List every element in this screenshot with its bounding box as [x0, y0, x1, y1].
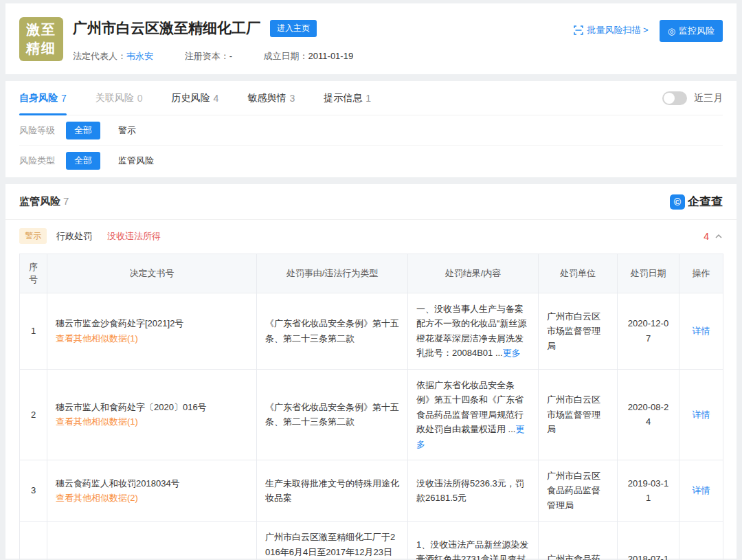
table-row: 4 穗食药监妆罚〔2018〕47号 广州市白云区激至精细化工厂于2016年6月4…	[20, 522, 723, 560]
risk-level-warning-chip[interactable]: 警示	[118, 124, 136, 137]
doc-number: 穗云市监人和食药处字〔2020〕016号	[56, 400, 248, 414]
row-no: 1	[20, 293, 47, 370]
logo-text-line2: 精细	[26, 39, 56, 58]
risk-tabs: 自身风险7 关联风险0 历史风险4 敏感舆情3 提示信息1 近三月	[19, 81, 723, 115]
warning-badge: 警示	[19, 228, 47, 244]
tab-sensitive-sentiment[interactable]: 敏感舆情3	[247, 81, 295, 115]
enter-homepage-button[interactable]: 进入主页	[270, 20, 317, 37]
penalty-reason: 《广东省化妆品安全条例》第十五条、第二十三条第二款	[265, 402, 399, 427]
reg-capital-value: -	[229, 51, 232, 61]
penalty-result: 依据广东省化妆品安全条例》第五十四条和《广东省食品药品监督管理局规范行政处罚自由…	[416, 380, 524, 434]
col-header-doc: 决定文书号	[47, 254, 257, 293]
penalty-date: 2018-07-13	[618, 522, 679, 560]
chevron-up-icon[interactable]	[715, 232, 723, 240]
doc-number: 穗云市监金沙食药处字[2021]2号	[56, 316, 248, 331]
penalty-table: 序号 决定文书号 处罚事由/违法行为类型 处罚结果/内容 处罚单位 处罚日期 操…	[19, 254, 723, 560]
risk-level-label: 风险等级	[19, 124, 66, 137]
admin-penalty-label: 行政处罚	[56, 230, 92, 243]
section-title: 监管风险7	[19, 195, 69, 208]
penalty-date: 2020-08-24	[618, 369, 679, 460]
similar-data-link[interactable]: 查看其他相似数据(1)	[56, 414, 138, 429]
penalty-unit: 广州市食品药品监督管理局	[547, 554, 600, 560]
col-header-action: 操作	[679, 254, 723, 293]
detail-link[interactable]: 详情	[693, 410, 710, 420]
tab-self-risk[interactable]: 自身风险7	[19, 81, 67, 115]
risk-type-filter-row: 风险类型 全部 监管风险	[19, 146, 723, 176]
section-count: 7	[63, 195, 69, 207]
company-name: 广州市白云区激至精细化工厂	[73, 19, 260, 38]
row-no: 2	[20, 369, 47, 460]
batch-risk-scan-link[interactable]: 批量风险扫描 >	[574, 24, 648, 36]
logo-text-line1: 激至	[26, 21, 56, 39]
recent-3-months-label: 近三月	[694, 92, 723, 104]
table-row: 3 穗云食药监人和妆罚2018034号 查看其他相似数据(2) 生产未取得批准文…	[20, 460, 723, 521]
penalty-reason: 广州市白云区激至精细化工厂于2016年6月4日至2017年12月23日共生产了5…	[265, 532, 396, 560]
qcc-brand-name: 企查查	[688, 194, 723, 210]
detail-link[interactable]: 详情	[693, 326, 710, 336]
col-header-no: 序号	[20, 254, 47, 293]
qcc-logo-icon: ©	[670, 194, 685, 210]
qcc-brand: © 企查查	[670, 194, 723, 210]
company-header-card: 激至 精细 广州市白云区激至精细化工厂 进入主页 法定代表人：韦永安 注册资本：…	[5, 3, 737, 74]
table-row: 2 穗云市监人和食药处字〔2020〕016号 查看其他相似数据(1) 《广东省化…	[20, 369, 723, 460]
monitor-icon: ◎	[668, 26, 675, 36]
monitor-risk-button[interactable]: ◎ 监控风险	[660, 20, 723, 42]
row-no: 4	[20, 522, 47, 560]
penalty-unit: 广州市白云区市场监督管理局	[547, 394, 600, 434]
similar-data-link[interactable]: 查看其他相似数据(1)	[56, 331, 138, 346]
risk-level-filter-row: 风险等级 全部 警示	[19, 115, 723, 146]
more-link[interactable]: 更多	[503, 348, 521, 358]
batch-risk-scan-label: 批量风险扫描 >	[587, 24, 648, 36]
risk-type-label: 风险类型	[19, 155, 66, 167]
col-header-date: 处罚日期	[618, 254, 679, 293]
penalty-group-header: 警示 行政处罚 没收违法所得 4	[5, 220, 737, 251]
table-row: 1 穗云市监金沙食药处字[2021]2号 查看其他相似数据(1) 《广东省化妆品…	[20, 293, 723, 370]
penalty-reason: 生产未取得批准文号的特殊用途化妆品案	[265, 478, 399, 503]
penalty-date: 2020-12-07	[618, 293, 679, 370]
penalty-result: 1、没收违法产品新丝源染发膏酒红色共2731盒详见查封扣押物品清单；2、没收违法…	[416, 539, 528, 560]
toggle-knob	[664, 93, 675, 104]
risk-level-all-chip[interactable]: 全部	[66, 122, 100, 139]
risk-tabs-card: 自身风险7 关联风险0 历史风险4 敏感舆情3 提示信息1 近三月 风险等级 全…	[5, 81, 737, 177]
reg-capital-label: 注册资本：	[185, 51, 229, 61]
recent-3-months-toggle[interactable]	[662, 91, 687, 105]
legal-rep-label: 法定代表人：	[73, 51, 126, 61]
penalty-unit: 广州市白云区食品药品监督管理局	[547, 471, 600, 511]
row-no: 3	[20, 460, 47, 521]
col-header-reason: 处罚事由/违法行为类型	[257, 254, 408, 293]
risk-type-all-chip[interactable]: 全部	[66, 152, 100, 170]
company-logo: 激至 精细	[19, 17, 63, 61]
establish-date-label: 成立日期：	[264, 51, 308, 61]
doc-number: 穗云食药监人和妆罚2018034号	[56, 476, 248, 491]
tab-history-risk[interactable]: 历史风险4	[172, 81, 219, 115]
col-header-result: 处罚结果/内容	[408, 254, 539, 293]
penalty-date: 2019-03-11	[618, 460, 679, 521]
legal-rep-link[interactable]: 韦永安	[126, 51, 153, 61]
confiscation-link[interactable]: 没收违法所得	[107, 230, 161, 243]
penalty-reason: 《广东省化妆品安全条例》第十五条、第二十三条第二款	[265, 318, 399, 343]
detail-link[interactable]: 详情	[693, 485, 710, 495]
penalty-result: 没收违法所得5236.3元，罚款26181.5元	[416, 478, 524, 503]
tab-related-risk[interactable]: 关联风险0	[95, 81, 143, 115]
similar-data-link[interactable]: 查看其他相似数据(2)	[56, 491, 138, 505]
penalty-count: 4	[704, 231, 709, 242]
tab-hint-info[interactable]: 提示信息1	[324, 81, 371, 115]
scan-icon	[574, 25, 583, 35]
monitor-risk-label: 监控风险	[679, 25, 715, 37]
regulatory-risk-card: 监管风险7 © 企查查 警示 行政处罚 没收违法所得 4 序号 决定文书号	[5, 184, 737, 559]
risk-type-regulatory-chip[interactable]: 监管风险	[118, 155, 154, 167]
col-header-unit: 处罚单位	[539, 254, 618, 293]
establish-date-value: 2011-01-19	[308, 51, 354, 61]
table-header-row: 序号 决定文书号 处罚事由/违法行为类型 处罚结果/内容 处罚单位 处罚日期 操…	[20, 254, 723, 293]
penalty-unit: 广州市白云区市场监督管理局	[547, 311, 600, 351]
